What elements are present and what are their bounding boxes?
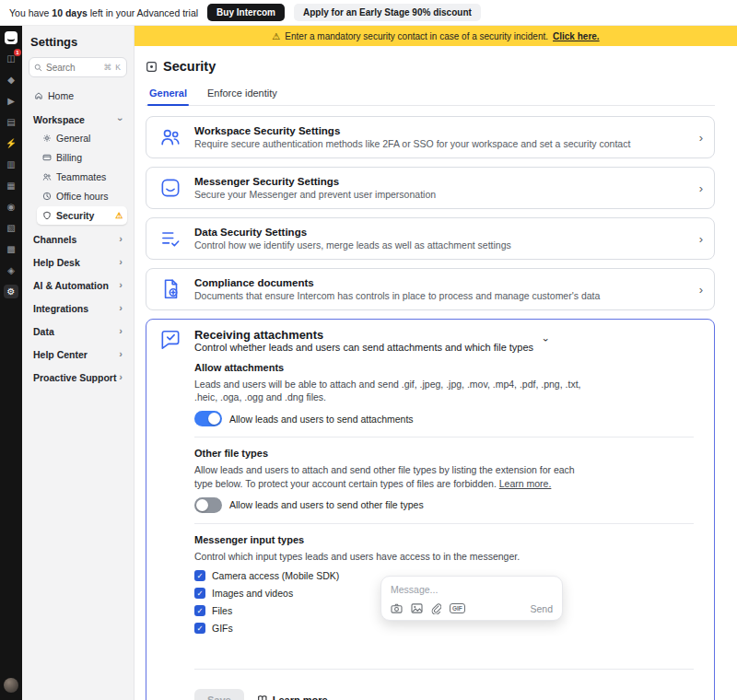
reports-icon[interactable]: ▦	[4, 179, 18, 192]
credit-card-icon	[41, 153, 52, 162]
sidebar-item-help-desk[interactable]: Help Desk›	[29, 252, 127, 272]
buy-intercom-button[interactable]: Buy Intercom	[207, 4, 285, 21]
send-button[interactable]: Send	[530, 603, 553, 614]
gear-icon	[41, 134, 52, 143]
sidebar-item-teammates[interactable]: Teammates	[37, 168, 127, 186]
automation-icon[interactable]: ⚡	[4, 136, 18, 150]
chevron-right-icon: ›	[119, 349, 123, 359]
settings-icon[interactable]: ⚙	[4, 285, 18, 298]
sidebar-item-proactive-support[interactable]: Proactive Support›	[29, 368, 127, 387]
receiving-attachments-icon	[158, 327, 183, 353]
sidebar-item-home[interactable]: Home	[29, 87, 127, 105]
messenger-input-preview: Message... GIF Send	[380, 576, 563, 621]
data-security-settings-card[interactable]: Data Security SettingsControl how we ide…	[146, 217, 715, 260]
early-stage-discount-button[interactable]: Apply for an Early Stage 90% discount	[294, 4, 481, 21]
card-title: Messenger Security Settings	[194, 176, 436, 187]
copilot-icon[interactable]: ◆	[4, 73, 18, 87]
card-title: Compliance documents	[194, 277, 600, 288]
checkbox-checked-icon: ✓	[194, 605, 205, 616]
security-tabs: General Enforce identity	[146, 83, 715, 106]
allow-attachments-toggle[interactable]	[194, 411, 222, 426]
chevron-right-icon: ›	[699, 181, 703, 195]
card-title: Receiving attachments	[194, 328, 533, 342]
tab-general[interactable]: General	[147, 83, 189, 105]
book-icon	[257, 694, 268, 700]
receiving-attachments-header[interactable]: Receiving attachmentsControl whether lea…	[146, 320, 714, 360]
gif-icon: GIF	[450, 603, 465, 613]
checkbox-checked-icon: ✓	[194, 623, 205, 634]
warning-icon: ⚠	[272, 31, 280, 41]
sidebar-item-help-center[interactable]: Help Center›	[29, 344, 127, 364]
data-security-icon	[158, 226, 183, 251]
user-avatar[interactable]	[4, 678, 18, 693]
sidebar-item-channels[interactable]: Channels›	[29, 229, 127, 249]
chevron-right-icon: ›	[119, 372, 123, 382]
sidebar-group-label: Help Desk	[33, 257, 80, 268]
other-file-types-description: Allow leads and users to attach and send…	[194, 463, 592, 489]
sidebar-item-general[interactable]: General	[37, 129, 127, 147]
security-warning-banner: ⚠ Enter a mandatory security contact in …	[135, 26, 737, 46]
home-icon	[33, 91, 43, 100]
checkbox-label: Files	[212, 605, 232, 616]
sidebar-item-data[interactable]: Data›	[29, 321, 127, 341]
sidebar-group-label: Workspace	[33, 114, 85, 125]
help-center-icon[interactable]: ▧	[4, 221, 18, 235]
tab-enforce-identity[interactable]: Enforce identity	[205, 83, 279, 105]
other-file-types-toggle[interactable]	[194, 497, 222, 513]
card-desc: Secure your Messenger and prevent user i…	[194, 189, 436, 200]
checkbox-gifs[interactable]: ✓ GIFs	[194, 623, 694, 634]
card-title: Workspace Security Settings	[194, 125, 630, 136]
sidebar-item-workspace[interactable]: Workspace ›	[29, 110, 127, 129]
chevron-right-icon: ›	[119, 303, 123, 313]
sidebar-item-integrations[interactable]: Integrations›	[29, 298, 127, 318]
security-header-icon	[146, 61, 158, 73]
sidebar-item-office-hours[interactable]: Office hours	[37, 187, 127, 205]
search-icon	[34, 64, 42, 72]
messenger-security-settings-card[interactable]: Messenger Security SettingsSecure your M…	[146, 167, 715, 209]
sidebar-item-label: Home	[48, 90, 74, 101]
learn-more-link[interactable]: Learn more.	[499, 478, 552, 489]
proactive-icon[interactable]: ◈	[4, 263, 18, 277]
messenger-input-types-description: Control which input types leads and user…	[194, 550, 592, 563]
save-button[interactable]: Save	[194, 689, 244, 700]
warning-icon: ⚠	[115, 211, 123, 220]
sidebar-group-label: Help Center	[33, 349, 88, 360]
inbox-badge: 1	[14, 49, 21, 56]
page-title: Security	[163, 59, 216, 74]
chevron-right-icon: ›	[119, 234, 123, 244]
chevron-right-icon: ›	[119, 280, 123, 290]
camera-icon	[391, 603, 403, 613]
compliance-documents-icon	[158, 276, 183, 302]
allow-attachments-description: Leads and users will be able to attach a…	[194, 378, 592, 403]
checkbox-checked-icon: ✓	[194, 570, 205, 581]
apps-icon[interactable]: ▩	[4, 242, 18, 256]
sidebar-item-label: Security	[56, 210, 94, 221]
messenger-security-icon	[158, 175, 183, 201]
workspace-security-settings-card[interactable]: Workspace Security SettingsRequire secur…	[146, 116, 715, 158]
banner-click-here-link[interactable]: Click here.	[553, 31, 600, 41]
knowledge-icon[interactable]: ▥	[4, 158, 18, 171]
compliance-documents-card[interactable]: Compliance documentsDocuments that ensur…	[146, 268, 715, 310]
chevron-right-icon: ›	[699, 283, 703, 297]
chevron-down-icon: ›	[119, 114, 123, 124]
learn-more-button[interactable]: Learn more	[257, 694, 328, 700]
search-input[interactable]	[46, 63, 88, 73]
toggle-label: Allow leads and users to send other file…	[229, 499, 424, 510]
chevron-right-icon: ›	[699, 232, 703, 246]
contacts-icon[interactable]: ▤	[4, 115, 18, 129]
page-header: Security	[146, 59, 715, 74]
people-icon[interactable]: ◉	[4, 200, 18, 214]
sidebar-item-security[interactable]: Security ⚠	[37, 206, 127, 225]
sidebar-group-label: AI & Automation	[33, 280, 109, 291]
sidebar-item-ai-automation[interactable]: AI & Automation›	[29, 275, 127, 295]
app-icon-rail: ◫1 ◆ ▶ ▤ ⚡ ▥ ▦ ◉ ▧ ▩ ◈ ⚙	[0, 26, 22, 700]
inbox-icon[interactable]: ◫1	[4, 52, 18, 65]
sidebar-group-label: Data	[33, 326, 54, 337]
outbound-icon[interactable]: ▶	[4, 94, 18, 108]
sidebar-item-billing[interactable]: Billing	[37, 148, 127, 167]
sidebar-search[interactable]: ⌘ K	[29, 57, 127, 77]
sidebar-item-label: Office hours	[56, 191, 108, 202]
card-desc: Control how we identify users, merge lea…	[194, 239, 511, 251]
intercom-logo[interactable]	[5, 31, 18, 44]
card-title: Data Security Settings	[194, 227, 511, 238]
